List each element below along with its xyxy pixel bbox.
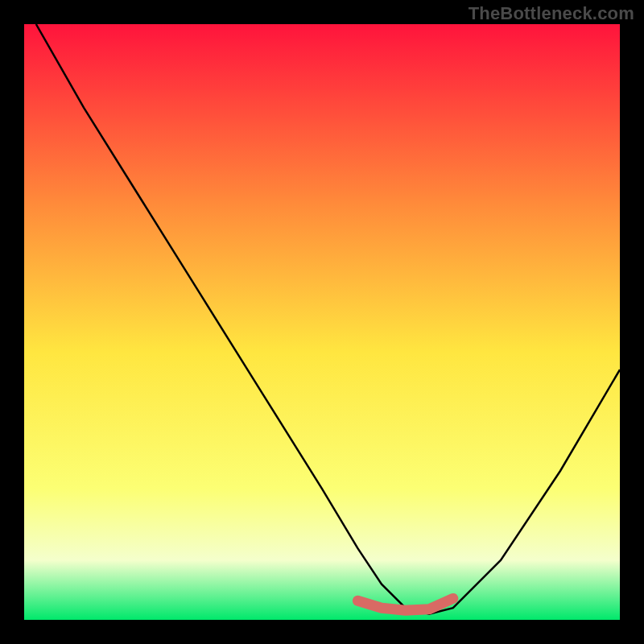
gradient-background [24, 24, 620, 620]
chart-frame: TheBottleneck.com [0, 0, 644, 644]
watermark-text: TheBottleneck.com [469, 3, 634, 24]
plot-area [24, 24, 620, 620]
chart-svg [24, 24, 620, 620]
